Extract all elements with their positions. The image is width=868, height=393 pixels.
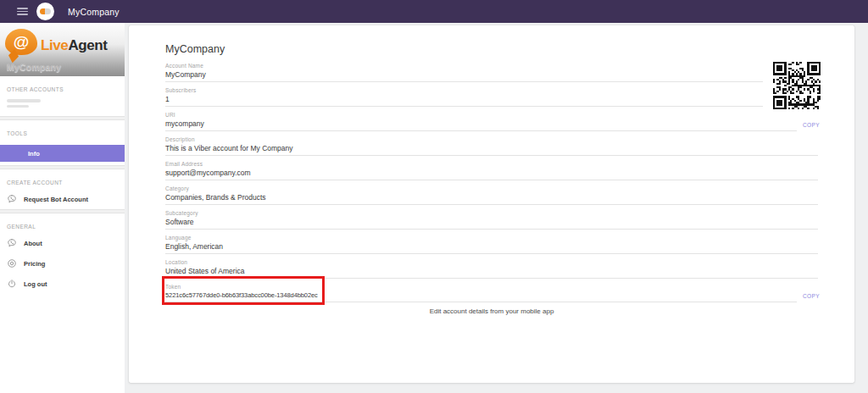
account-details-panel: MyCompany Account Name MyCompany Subscri…: [129, 25, 854, 383]
sidebar: @ LiveAgent MyCompany OTHER ACCOUNTS TOO…: [0, 23, 125, 393]
sidebar-item-label: About: [24, 240, 42, 247]
top-bar: MyCompany: [0, 0, 868, 23]
field-label: Language: [165, 235, 818, 241]
field-label: Description: [165, 136, 818, 142]
topbar-account-title: MyCompany: [68, 7, 120, 17]
section-header-general: GENERAL: [0, 213, 125, 233]
field-token: Token 5221c6c57767dde0-b6b63f33abcc00be-…: [165, 284, 818, 302]
liveagent-logo[interactable]: @ LiveAgent MyCompany: [0, 23, 125, 76]
logout-icon: [7, 279, 17, 289]
qr-code-svg: [773, 62, 821, 109]
field-subcategory: Subcategory Software: [165, 210, 818, 230]
section-header-other-accounts: OTHER ACCOUNTS: [0, 76, 125, 96]
field-language: Language English, American: [165, 235, 818, 254]
field-value: This is a Viber account for My Company: [165, 144, 818, 156]
section-header-tools: TOOLS: [0, 120, 125, 140]
field-value: mycompany: [165, 119, 797, 131]
field-value: Companies, Brands & Products: [165, 193, 818, 205]
field-value: 5221c6c57767dde0-b6b63f33abcc00be-1348d4…: [165, 291, 797, 302]
field-label: Location: [165, 259, 818, 265]
field-value: English, American: [165, 242, 818, 254]
sidebar-item-info[interactable]: Info: [0, 145, 125, 162]
field-description: Description This is a Viber account for …: [165, 136, 818, 156]
liveagent-brand-text: LiveAgent: [41, 37, 108, 54]
sidebar-item-logout[interactable]: Log out: [0, 274, 125, 294]
field-label: Account Name: [165, 63, 818, 69]
field-location: Location United States of America: [165, 259, 818, 279]
field-uri: URI mycompany COPY: [165, 112, 818, 131]
sidebar-item-request-bot-account[interactable]: Request Bot Account: [0, 189, 125, 209]
field-value: Software: [165, 218, 818, 230]
qr-code: [773, 62, 821, 109]
copy-token-button[interactable]: COPY: [803, 293, 820, 299]
account-fields: Account Name MyCompany Subscribers 1 URI…: [165, 63, 818, 315]
field-label: Email Address: [165, 161, 818, 167]
section-header-create-account: CREATE ACCOUNT: [0, 169, 125, 189]
account-list-placeholder[interactable]: [7, 99, 46, 108]
field-value: MyCompany: [165, 70, 763, 82]
field-label: URI: [165, 112, 818, 118]
sidebar-item-about[interactable]: About: [0, 233, 125, 253]
viber-bubble-icon: [7, 238, 17, 248]
field-account-name: Account Name MyCompany: [165, 63, 818, 82]
field-label: Subscribers: [165, 87, 818, 93]
logo-watermark: MyCompany: [7, 62, 61, 72]
pricing-coin-icon: [7, 258, 17, 268]
field-label: Subcategory: [165, 210, 818, 216]
copy-uri-button[interactable]: COPY: [803, 122, 820, 128]
field-subscribers: Subscribers 1: [165, 87, 818, 107]
menu-icon[interactable]: [17, 8, 28, 15]
field-category: Category Companies, Brands & Products: [165, 185, 818, 205]
page-title: MyCompany: [165, 43, 854, 55]
sidebar-item-label: Pricing: [24, 260, 45, 268]
sidebar-item-label: Log out: [24, 280, 47, 288]
liveagent-bubble-icon: @: [5, 29, 37, 55]
sidebar-item-label: Request Bot Account: [24, 196, 88, 203]
field-email-address: Email Address support@mycompany.com: [165, 161, 818, 180]
sidebar-item-label: Info: [28, 150, 40, 158]
field-value: 1: [165, 95, 763, 107]
field-label: Token: [165, 284, 818, 290]
field-label: Category: [165, 185, 818, 191]
field-value: United States of America: [165, 267, 818, 279]
viber-bubble-icon: [7, 194, 17, 204]
field-value: support@mycompany.com: [165, 169, 818, 180]
edit-hint-text: Edit account details from your mobile ap…: [165, 307, 818, 315]
account-avatar: [36, 3, 54, 20]
sidebar-item-pricing[interactable]: Pricing: [0, 253, 125, 274]
